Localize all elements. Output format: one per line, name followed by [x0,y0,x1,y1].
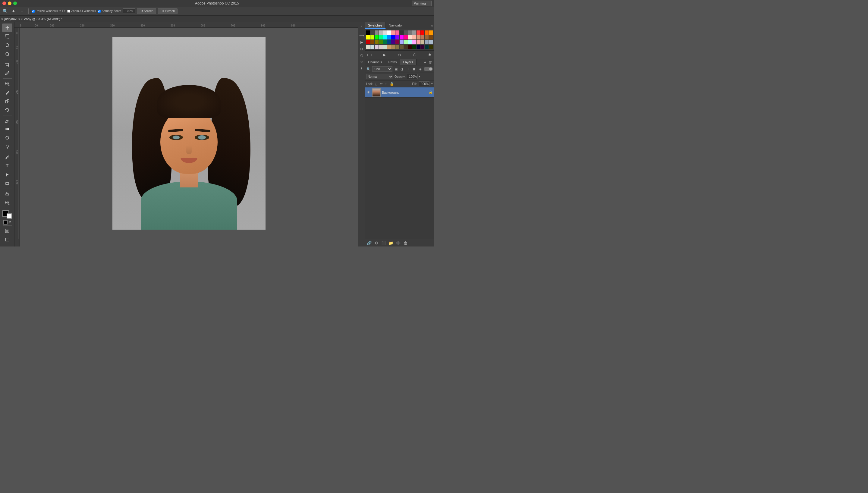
tab-paths[interactable]: Paths [385,59,400,65]
swatch-brown1[interactable] [425,35,429,40]
layer-mask-btn[interactable]: ⬛ [381,240,387,245]
swatch-magenta[interactable] [400,35,404,40]
fill-screen-btn[interactable]: Fill Screen [158,8,177,14]
dodge-tool[interactable] [2,143,13,151]
swatch-espresso[interactable] [404,45,408,49]
blur-tool[interactable] [2,134,13,142]
eyedropper-tool[interactable] [2,69,13,78]
swatch-indigo[interactable] [391,40,395,44]
zoom-out-btn[interactable]: − [19,8,25,15]
fill-input[interactable] [419,81,430,86]
hand-tool[interactable] [2,190,13,198]
swatch-orange[interactable] [425,30,429,35]
swatch-skin1[interactable] [408,35,412,40]
swatch-lighter[interactable] [383,30,387,35]
canvas-viewport[interactable] [20,28,358,246]
filter-smart-icon[interactable]: ◈ [418,67,422,71]
doc-tab-name[interactable]: justyna-1838 copy @ 33.3% (RGB/8°) * [4,17,62,21]
swatch-darkestolive[interactable] [429,45,433,49]
filter-adjust-icon[interactable]: ◑ [400,67,405,71]
close-button[interactable] [2,1,6,5]
move-tool[interactable] [2,23,13,32]
minimize-button[interactable] [8,1,12,5]
swatch-rosy[interactable] [379,45,383,49]
swatch-palegrn[interactable] [383,45,387,49]
adjustments-icon[interactable]: ⊙ [359,46,364,51]
swatch-teal[interactable] [383,40,387,44]
swatch-silver[interactable] [412,30,416,35]
swatch-darkestgrn[interactable] [412,45,416,49]
swatch-skin2[interactable] [412,35,416,40]
swap-colors-btn[interactable]: ⇄ [9,220,11,224]
swatch-darkorange[interactable] [370,40,374,44]
swatch-lightgray[interactable] [379,30,383,35]
quick-select-tool[interactable] [2,50,13,58]
zoom-input[interactable] [123,8,135,14]
tab-channels[interactable]: Channels [365,59,385,65]
fill-arrow[interactable]: ▾ [431,82,433,85]
layer-fx-btn[interactable]: ⚙ [373,240,379,245]
filter-shape-icon[interactable]: ⬟ [412,67,416,71]
swatch-caramel2[interactable] [391,45,395,49]
layers-back-btn[interactable]: ◂ [422,60,427,64]
color-panel-icon[interactable]: ▶ [381,52,387,58]
swatch-brown2[interactable] [429,35,433,40]
swatch-yellow[interactable] [366,35,370,40]
swatch-skin3[interactable] [416,35,420,40]
measurement-icon[interactable]: ✕ [359,59,364,65]
swatch-gray2[interactable] [404,30,408,35]
swatch-paleblue[interactable] [370,45,374,49]
swatch-skin4[interactable] [420,35,425,40]
gradient-tool[interactable] [2,125,13,133]
brush-settings-icon[interactable]: ⊙ [397,52,403,58]
maximize-button[interactable] [13,1,17,5]
swatch-salmon[interactable] [416,40,420,44]
new-layer-btn[interactable]: ➕ [395,240,401,245]
swatches-expand-icon[interactable]: « [431,24,433,27]
screen-mode-btn[interactable] [2,235,13,244]
swatch-beige[interactable] [366,45,370,49]
swatch-gray[interactable] [375,30,378,35]
swatch-tan[interactable] [420,40,425,44]
swatch-darkblue[interactable] [387,40,391,44]
swatch-caramel[interactable] [387,45,391,49]
swatch-hot-pink[interactable] [404,35,408,40]
delete-layer-btn[interactable]: 🗑 [403,240,408,245]
swatch-darkestteal[interactable] [425,45,429,49]
opacity-arrow[interactable]: ▾ [419,75,420,78]
blend-mode-select[interactable]: Normal [366,74,393,79]
swatch-maroon[interactable] [395,40,399,44]
swatch-black[interactable] [366,30,370,35]
zoom-all-checkbox[interactable] [67,9,70,13]
swatch-darkestpur[interactable] [420,45,425,49]
resize-windows-check[interactable]: Resize Windows to Fit [31,9,65,13]
text-tool[interactable]: T [2,162,13,170]
crop-tool[interactable] [2,60,13,69]
filter-toggle[interactable] [424,67,433,71]
swatch-lightcyan[interactable] [408,40,412,44]
scrubby-zoom-check[interactable]: Scrubby Zoom [97,9,121,13]
zoom-tool-btn[interactable]: 🔍 [2,8,8,15]
shape-tool[interactable] [2,179,13,188]
doc-tab-close[interactable]: × [1,17,3,21]
heal-tool[interactable] [2,80,13,88]
swatch-darkest[interactable] [408,45,412,49]
opacity-input[interactable] [407,74,418,79]
zoom-in-btn[interactable]: + [10,8,17,15]
quick-mask-btn[interactable] [2,227,13,235]
lock-position-icon[interactable]: ✏ [380,82,383,86]
swatch-darkred[interactable] [366,40,370,44]
layer-item-background[interactable]: 👁 Background 🔒 [365,87,434,98]
tab-navigator[interactable]: Navigator [386,22,406,29]
swatch-darkgreen[interactable] [379,40,383,44]
swatch-green[interactable] [375,35,378,40]
swatch-red[interactable] [416,30,420,35]
lock-btn[interactable]: 🔒 [390,82,394,86]
background-color[interactable] [7,213,12,219]
lasso-tool[interactable] [2,41,13,49]
eraser-tool[interactable] [2,116,13,125]
zoom-all-check[interactable]: Zoom All Windows [67,9,96,13]
scrubby-zoom-checkbox[interactable] [97,9,101,13]
cc-libraries-icon[interactable]: ✱ [427,52,433,58]
swatch-lavender[interactable] [400,40,404,44]
